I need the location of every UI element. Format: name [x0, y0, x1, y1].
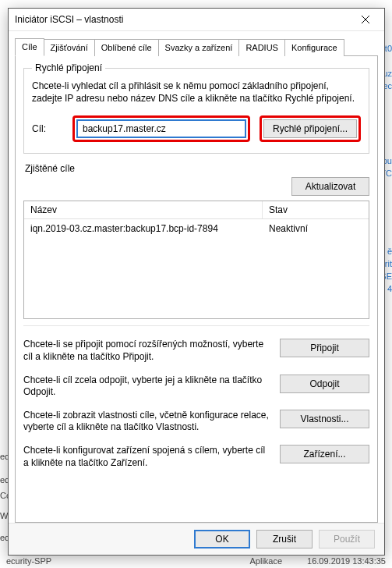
cancel-button[interactable]: Zrušit: [256, 530, 313, 548]
quick-connect-button[interactable]: Rychlé připojení...: [263, 119, 357, 138]
bg-text: ě: [387, 247, 392, 256]
close-icon: [361, 15, 370, 24]
tab-favorites[interactable]: Oblíbené cíle: [94, 39, 159, 56]
cell-state: Neaktivní: [263, 222, 369, 236]
table-row[interactable]: iqn.2019-03.cz.master:backup17.bcp-id-78…: [24, 219, 369, 238]
connect-button[interactable]: Připojit: [280, 339, 369, 357]
refresh-button[interactable]: Aktualizovat: [291, 177, 369, 196]
tab-page-targets: Rychlé připojení Chcete-li vyhledat cíl …: [15, 56, 378, 523]
ok-button[interactable]: OK: [194, 530, 250, 548]
column-name[interactable]: Název: [24, 201, 263, 218]
target-input-highlight: [72, 115, 250, 142]
statusbar: ecurity-SPP Aplikace 16.09.2019 13:43:35: [0, 554, 392, 568]
quick-connect-text: Chcete-li vyhledat cíl a přihlásit se k …: [32, 80, 361, 105]
iscsi-properties-dialog: Iniciátor iSCSI – vlastnosti Cíle Zjišťo…: [8, 8, 385, 556]
quick-connect-group: Rychlé připojení Chcete-li vyhledat cíl …: [23, 62, 369, 154]
close-button[interactable]: [350, 9, 381, 30]
tab-radius[interactable]: RADIUS: [238, 39, 285, 56]
apply-button[interactable]: Použít: [319, 530, 375, 548]
tab-strip: Cíle Zjišťování Oblíbené cíle Svazky a z…: [15, 37, 378, 56]
quick-connect-highlight: Rychlé připojení...: [260, 115, 361, 142]
status-left: ecurity-SPP: [6, 556, 51, 566]
target-input[interactable]: [76, 119, 246, 138]
disconnect-button[interactable]: Odpojit: [280, 375, 369, 393]
devices-button[interactable]: Zařízení...: [280, 445, 369, 463]
window-title: Iniciátor iSCSI – vlastnosti: [15, 14, 350, 25]
cell-name: iqn.2019-03.cz.master:backup17.bcp-id-78…: [24, 222, 263, 236]
status-time: 16.09.2019 13:43:35: [307, 556, 386, 566]
discovered-targets-label: Zjištěné cíle: [25, 163, 369, 174]
devices-desc: Chcete-li konfigurovat zařízení spojená …: [23, 445, 269, 469]
tab-volumes[interactable]: Svazky a zařízení: [158, 39, 240, 56]
column-state[interactable]: Stav: [263, 201, 369, 218]
disconnect-desc: Chcete-li cíl zcela odpojit, vyberte jej…: [23, 375, 269, 399]
bg-text: 4: [387, 284, 392, 293]
bg-text: rit: [385, 259, 392, 268]
titlebar: Iniciátor iSCSI – vlastnosti: [9, 9, 384, 31]
quick-connect-legend: Rychlé připojení: [32, 62, 105, 73]
properties-button[interactable]: Vlastnosti...: [280, 410, 369, 428]
targets-table[interactable]: Název Stav iqn.2019-03.cz.master:backup1…: [23, 201, 369, 319]
dialog-button-row: OK Zrušit Použít: [9, 523, 384, 555]
status-app: Aplikace: [249, 556, 282, 566]
target-label: Cíl:: [32, 123, 63, 134]
properties-desc: Chcete-li zobrazit vlastnosti cíle, včet…: [23, 410, 269, 434]
targets-header: Název Stav: [24, 201, 369, 219]
tab-targets[interactable]: Cíle: [15, 38, 44, 56]
connect-desc: Chcete-li se připojit pomocí rozšířených…: [23, 339, 269, 363]
tab-configuration[interactable]: Konfigurace: [284, 39, 344, 56]
tab-discovery[interactable]: Zjišťování: [44, 39, 95, 56]
